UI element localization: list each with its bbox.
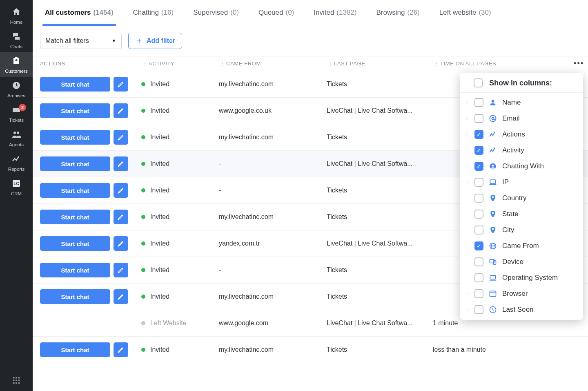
tab-browsing[interactable]: Browsing (26) [376, 0, 420, 25]
start-chat-button[interactable]: Start chat [40, 342, 110, 357]
columns-menu-button[interactable]: ••• [574, 59, 584, 68]
came-from-value: - [219, 266, 327, 274]
add-filter-button[interactable]: ＋ Add filter [128, 33, 182, 49]
column-resize-handle[interactable]: ⋮ [219, 61, 226, 67]
column-option[interactable]: City [460, 222, 583, 238]
sidebar-item-reports[interactable]: Reports [0, 150, 33, 175]
sidebar-item-customers[interactable]: Customers [0, 52, 33, 77]
svg-rect-7 [18, 377, 20, 379]
column-option[interactable]: ✓Activity [460, 142, 583, 158]
column-option[interactable]: Last Seen [460, 302, 583, 317]
column-option[interactable]: Country [460, 190, 583, 206]
edit-button[interactable] [114, 263, 128, 277]
sidebar-item-archives[interactable]: Archives [0, 77, 33, 101]
drag-handle-icon[interactable] [466, 163, 470, 170]
tab-invited[interactable]: Invited (1382) [314, 0, 356, 25]
drag-handle-icon[interactable] [466, 275, 470, 281]
drag-handle-icon[interactable] [466, 227, 470, 233]
tab-supervised[interactable]: Supervised (0) [193, 0, 239, 25]
column-option[interactable]: IP [460, 174, 583, 190]
tab-queued[interactable]: Queued (0) [258, 0, 294, 25]
drag-handle-icon[interactable] [466, 99, 470, 106]
column-option[interactable]: ✓Actions [460, 126, 583, 142]
sidebar-item-crm[interactable]: LC CRM [0, 175, 33, 199]
drag-handle-icon[interactable] [466, 147, 470, 154]
column-option-checkbox[interactable] [474, 226, 483, 235]
sidebar-item-agents[interactable]: Agents [0, 126, 33, 150]
status-dot [141, 295, 145, 299]
column-option-checkbox[interactable]: ✓ [474, 241, 483, 250]
column-option-checkbox[interactable] [474, 257, 483, 266]
table-row[interactable]: Start chatInvitedmy.livechatinc.comTicke… [33, 337, 588, 363]
column-option[interactable]: ✓Chatting With [460, 158, 583, 174]
drag-handle-icon[interactable] [466, 131, 470, 138]
clock-icon [488, 306, 497, 314]
column-option-checkbox[interactable] [474, 98, 483, 107]
column-option[interactable]: ✓Came From [460, 238, 583, 254]
sidebar-item-chats[interactable]: Chats [0, 28, 33, 52]
column-option-checkbox[interactable] [474, 178, 483, 187]
start-chat-button[interactable]: Start chat [40, 103, 110, 118]
drag-handle-icon[interactable] [466, 290, 470, 297]
column-option[interactable]: Email [460, 110, 583, 126]
tab-all-customers[interactable]: All customers (1454) [45, 0, 114, 25]
start-chat-button[interactable]: Start chat [40, 77, 110, 92]
edit-button[interactable] [114, 156, 128, 171]
app-launcher-button[interactable] [0, 370, 33, 391]
column-option-label: Device [502, 258, 577, 266]
drag-handle-icon[interactable] [466, 179, 470, 185]
column-option-checkbox[interactable] [474, 114, 483, 123]
sidebar-item-home[interactable]: Home [0, 3, 33, 28]
column-option-checkbox[interactable]: ✓ [474, 130, 483, 139]
drag-handle-icon[interactable] [466, 306, 470, 313]
drag-handle-icon[interactable] [466, 243, 470, 249]
tab-chatting[interactable]: Chatting (16) [133, 0, 174, 25]
came-from-value: my.livechatinc.com [219, 213, 327, 221]
svg-rect-5 [13, 377, 15, 379]
start-chat-button[interactable]: Start chat [40, 183, 110, 198]
start-chat-button[interactable]: Start chat [40, 236, 110, 251]
column-resize-handle[interactable]: ⋮ [141, 61, 149, 67]
column-option-checkbox[interactable]: ✓ [474, 162, 483, 171]
column-option[interactable]: State [460, 206, 583, 222]
tab-left-website[interactable]: Left website (30) [439, 0, 491, 25]
status-dot [141, 348, 145, 352]
start-chat-button[interactable]: Start chat [40, 289, 110, 304]
column-option[interactable]: Device [460, 254, 583, 270]
filter-mode-select[interactable]: Match all filters ▼ [40, 33, 122, 49]
column-option-checkbox[interactable]: ✓ [474, 146, 483, 155]
drag-handle-icon[interactable] [466, 259, 470, 265]
column-option-checkbox[interactable] [474, 210, 483, 219]
edit-button[interactable] [114, 103, 128, 118]
drag-handle-icon[interactable] [466, 115, 470, 122]
drag-handle-icon[interactable] [466, 211, 470, 217]
edit-button[interactable] [114, 77, 128, 92]
svg-rect-6 [16, 377, 17, 379]
column-option[interactable]: Name [460, 94, 583, 110]
status-dot [141, 82, 145, 86]
archives-icon [11, 80, 21, 92]
column-option[interactable]: Operating System [460, 270, 583, 286]
column-option-checkbox[interactable] [474, 273, 483, 282]
column-option-checkbox[interactable] [474, 305, 483, 314]
column-resize-handle[interactable]: ⋮ [327, 61, 334, 67]
tab-count: (26) [407, 0, 419, 25]
sidebar-item-tickets[interactable]: 2 Tickets [0, 101, 33, 126]
edit-button[interactable] [114, 342, 128, 357]
edit-button[interactable] [114, 130, 128, 145]
column-option-checkbox[interactable] [474, 289, 483, 298]
edit-button[interactable] [114, 183, 128, 198]
start-chat-button[interactable]: Start chat [40, 263, 110, 277]
drag-handle-icon[interactable] [466, 195, 470, 201]
start-chat-button[interactable]: Start chat [40, 130, 110, 145]
edit-button[interactable] [114, 210, 128, 224]
edit-button[interactable] [114, 236, 128, 251]
column-resize-handle[interactable]: ⋮ [433, 61, 440, 67]
start-chat-button[interactable]: Start chat [40, 156, 110, 171]
column-option-checkbox[interactable] [474, 194, 483, 203]
column-option[interactable]: Browser [460, 286, 583, 302]
start-chat-button[interactable]: Start chat [40, 210, 110, 224]
edit-button[interactable] [114, 289, 128, 304]
chevron-down-icon: ▼ [111, 38, 116, 44]
column-picker-master-checkbox[interactable] [474, 78, 483, 87]
